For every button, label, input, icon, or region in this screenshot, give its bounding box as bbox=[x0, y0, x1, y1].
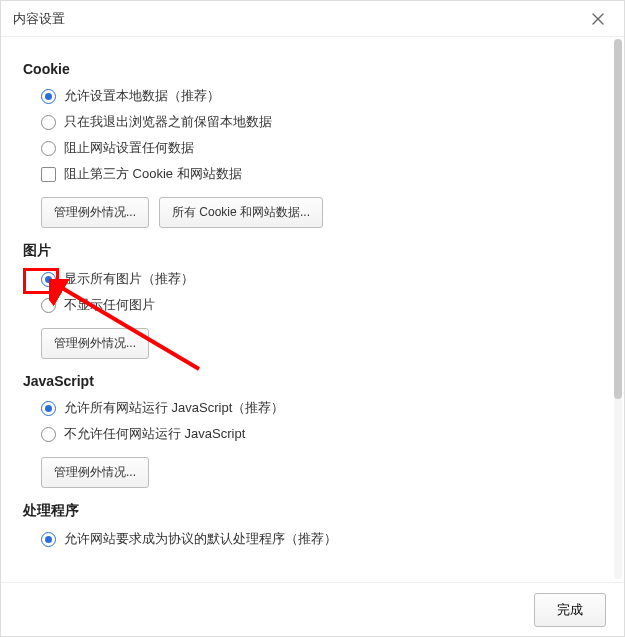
section-heading-images: 图片 bbox=[23, 242, 602, 260]
radio-label: 不显示任何图片 bbox=[64, 296, 155, 314]
radio-label: 只在我退出浏览器之前保留本地数据 bbox=[64, 113, 272, 131]
section-heading-handlers: 处理程序 bbox=[23, 502, 602, 520]
handlers-options: 允许网站要求成为协议的默认处理程序（推荐） bbox=[23, 530, 602, 548]
section-heading-javascript: JavaScript bbox=[23, 373, 602, 389]
done-button[interactable]: 完成 bbox=[534, 593, 606, 627]
images-buttons: 管理例外情况... bbox=[23, 328, 602, 359]
cookie-options: 允许设置本地数据（推荐） 只在我退出浏览器之前保留本地数据 阻止网站设置任何数据… bbox=[23, 87, 602, 183]
images-option-show-none[interactable]: 不显示任何图片 bbox=[41, 296, 602, 314]
images-option-show-all[interactable]: 显示所有图片（推荐） bbox=[41, 270, 602, 288]
radio-icon bbox=[41, 298, 56, 313]
scrollbar[interactable] bbox=[614, 39, 622, 579]
dialog-content: Cookie 允许设置本地数据（推荐） 只在我退出浏览器之前保留本地数据 阻止网… bbox=[1, 37, 624, 582]
radio-icon bbox=[41, 532, 56, 547]
radio-label: 阻止网站设置任何数据 bbox=[64, 139, 194, 157]
radio-icon bbox=[41, 401, 56, 416]
checkbox-icon bbox=[41, 167, 56, 182]
radio-label: 允许所有网站运行 JavaScript（推荐） bbox=[64, 399, 284, 417]
close-icon[interactable] bbox=[580, 1, 616, 37]
javascript-buttons: 管理例外情况... bbox=[23, 457, 602, 488]
cookie-option-allow-local[interactable]: 允许设置本地数据（推荐） bbox=[41, 87, 602, 105]
cookie-all-data-button[interactable]: 所有 Cookie 和网站数据... bbox=[159, 197, 323, 228]
radio-label: 不允许任何网站运行 JavaScript bbox=[64, 425, 245, 443]
javascript-manage-exceptions-button[interactable]: 管理例外情况... bbox=[41, 457, 149, 488]
javascript-option-block[interactable]: 不允许任何网站运行 JavaScript bbox=[41, 425, 602, 443]
images-options: 显示所有图片（推荐） 不显示任何图片 bbox=[23, 270, 602, 314]
dialog-title: 内容设置 bbox=[13, 10, 65, 28]
dialog-footer: 完成 bbox=[1, 582, 624, 636]
radio-icon bbox=[41, 141, 56, 156]
javascript-option-allow[interactable]: 允许所有网站运行 JavaScript（推荐） bbox=[41, 399, 602, 417]
cookie-option-block-all[interactable]: 阻止网站设置任何数据 bbox=[41, 139, 602, 157]
checkbox-label: 阻止第三方 Cookie 和网站数据 bbox=[64, 165, 242, 183]
radio-label: 允许设置本地数据（推荐） bbox=[64, 87, 220, 105]
radio-icon bbox=[41, 115, 56, 130]
javascript-options: 允许所有网站运行 JavaScript（推荐） 不允许任何网站运行 JavaSc… bbox=[23, 399, 602, 443]
cookie-block-third-party[interactable]: 阻止第三方 Cookie 和网站数据 bbox=[41, 165, 602, 183]
radio-icon bbox=[41, 272, 56, 287]
cookie-buttons: 管理例外情况... 所有 Cookie 和网站数据... bbox=[23, 197, 602, 228]
radio-label: 显示所有图片（推荐） bbox=[64, 270, 194, 288]
titlebar: 内容设置 bbox=[1, 1, 624, 37]
cookie-option-keep-until-exit[interactable]: 只在我退出浏览器之前保留本地数据 bbox=[41, 113, 602, 131]
images-manage-exceptions-button[interactable]: 管理例外情况... bbox=[41, 328, 149, 359]
radio-icon bbox=[41, 89, 56, 104]
cookie-manage-exceptions-button[interactable]: 管理例外情况... bbox=[41, 197, 149, 228]
scrollbar-thumb[interactable] bbox=[614, 39, 622, 399]
radio-label: 允许网站要求成为协议的默认处理程序（推荐） bbox=[64, 530, 337, 548]
handlers-option-allow[interactable]: 允许网站要求成为协议的默认处理程序（推荐） bbox=[41, 530, 602, 548]
content-settings-dialog: 内容设置 Cookie 允许设置本地数据（推荐） 只在我退出浏览器之前保留本地数… bbox=[0, 0, 625, 637]
section-heading-cookie: Cookie bbox=[23, 61, 602, 77]
radio-icon bbox=[41, 427, 56, 442]
